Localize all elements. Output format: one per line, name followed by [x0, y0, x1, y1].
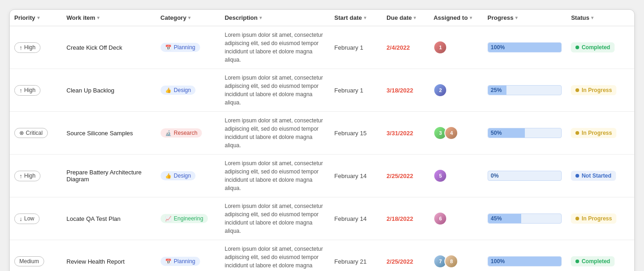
- startdate-cell: February 1: [330, 26, 382, 69]
- category-badge[interactable]: 📅 Planning: [161, 257, 200, 266]
- due-date: 2/25/2022: [386, 258, 413, 265]
- col-header-duedate[interactable]: Due date ▾: [382, 10, 429, 26]
- duedate-cell: 2/25/2022: [382, 155, 429, 197]
- status-dot-icon: [575, 259, 579, 263]
- avatar: 8: [444, 254, 458, 268]
- progress-label: 50%: [491, 130, 502, 136]
- engineering-icon: 📈: [165, 216, 172, 222]
- priority-cell: ↑ High: [10, 26, 62, 69]
- work-item-name: Review Health Report: [67, 258, 125, 265]
- assigned-cell: 2: [429, 69, 483, 112]
- work-item-name: Clean Up Backlog: [67, 87, 115, 94]
- assigned-cell: 6: [429, 197, 483, 240]
- col-header-assigned[interactable]: Assigned to ▾: [429, 10, 483, 26]
- chevron-down-icon: ▾: [515, 15, 518, 20]
- progress-cell: 100%: [483, 240, 567, 271]
- status-badge[interactable]: Completed: [571, 42, 615, 52]
- status-dot-icon: [575, 131, 579, 135]
- avatar: 6: [433, 212, 447, 225]
- due-date: 3/31/2022: [386, 130, 413, 137]
- progress-label: 100%: [491, 258, 505, 265]
- priority-badge[interactable]: ⊗ Critical: [14, 128, 48, 138]
- priority-badge[interactable]: ↑ High: [14, 85, 40, 96]
- col-header-description[interactable]: Description ▾: [220, 10, 329, 26]
- category-cell: 📅 Planning: [156, 26, 220, 69]
- priority-badge[interactable]: ↑ High: [14, 171, 40, 181]
- workitem-cell: Locate QA Test Plan: [62, 197, 156, 240]
- progress-cell: 25%: [483, 69, 567, 112]
- avatars: 34: [433, 126, 478, 140]
- category-badge[interactable]: 🔬 Research: [161, 128, 202, 138]
- table-row[interactable]: ↓ Low Locate QA Test Plan 📈 Engineering …: [10, 197, 634, 240]
- assigned-cell: 1: [429, 26, 483, 69]
- start-date: February 21: [334, 258, 367, 265]
- col-header-priority[interactable]: Priority ▾: [10, 10, 62, 26]
- priority-badge[interactable]: ↓ Low: [14, 213, 40, 224]
- due-date: 3/18/2022: [386, 87, 413, 94]
- planning-icon: 📅: [165, 259, 172, 265]
- avatar: 1: [433, 40, 447, 54]
- status-dot-icon: [575, 88, 579, 92]
- table-row[interactable]: Medium Review Health Report 📅 Planning L…: [10, 240, 634, 271]
- due-date: 2/18/2022: [386, 215, 413, 222]
- category-cell: 📈 Engineering: [156, 197, 220, 240]
- assigned-cell: 34: [429, 112, 483, 155]
- chevron-down-icon: ▾: [470, 15, 472, 20]
- category-badge[interactable]: 📈 Engineering: [161, 214, 208, 223]
- table-row[interactable]: ↑ High Create Kick Off Deck 📅 Planning L…: [10, 26, 634, 69]
- duedate-cell: 2/4/2022: [382, 26, 429, 69]
- assigned-cell: 5: [429, 155, 483, 197]
- priority-badge[interactable]: Medium: [14, 256, 44, 266]
- work-item-name: Prepare Battery Architecture Diagram: [67, 169, 142, 183]
- table-row[interactable]: ↑ High Prepare Battery Architecture Diag…: [10, 155, 634, 197]
- status-cell: In Progress: [566, 112, 634, 155]
- col-header-category[interactable]: Category ▾: [156, 10, 220, 26]
- description-text: Lorem ipsum dolor sit amet, consectetur …: [224, 203, 322, 234]
- chevron-down-icon: ▾: [188, 15, 190, 20]
- workitem-cell: Prepare Battery Architecture Diagram: [62, 155, 156, 197]
- priority-cell: ↑ High: [10, 69, 62, 112]
- table-row[interactable]: ⊗ Critical Source Silicone Samples 🔬 Res…: [10, 112, 634, 155]
- work-item-name: Locate QA Test Plan: [67, 215, 121, 222]
- col-header-workitem[interactable]: Work item ▾: [62, 10, 156, 26]
- progress-cell: 100%: [483, 26, 567, 69]
- status-badge[interactable]: Not Started: [571, 171, 616, 181]
- avatars: 5: [433, 169, 478, 183]
- col-header-status[interactable]: Status ▾: [566, 10, 634, 26]
- status-badge[interactable]: In Progress: [571, 128, 616, 138]
- research-icon: 🔬: [165, 130, 172, 136]
- progress-cell: 0%: [483, 155, 567, 197]
- start-date: February 15: [334, 130, 367, 137]
- category-badge[interactable]: 👍 Design: [161, 86, 196, 95]
- workitem-cell: Source Silicone Samples: [62, 112, 156, 155]
- progress-cell: 50%: [483, 112, 567, 155]
- description-cell: Lorem ipsum dolor sit amet, consectetur …: [220, 155, 329, 197]
- chevron-down-icon: ▾: [414, 15, 416, 20]
- progress-label: 45%: [491, 215, 502, 222]
- description-cell: Lorem ipsum dolor sit amet, consectetur …: [220, 112, 329, 155]
- status-badge[interactable]: In Progress: [571, 85, 616, 95]
- description-text: Lorem ipsum dolor sit amet, consectetur …: [224, 160, 322, 191]
- task-table: Priority ▾ Work item ▾ Category ▾: [9, 9, 635, 271]
- table-row[interactable]: ↑ High Clean Up Backlog 👍 Design Lorem i…: [10, 69, 634, 112]
- progress-label: 100%: [491, 44, 505, 51]
- duedate-cell: 2/25/2022: [382, 240, 429, 271]
- start-date: February 1: [334, 44, 363, 51]
- category-cell: 📅 Planning: [156, 240, 220, 271]
- status-cell: Not Started: [566, 155, 634, 197]
- priority-badge[interactable]: ↑ High: [14, 42, 40, 53]
- status-badge[interactable]: Completed: [571, 256, 615, 266]
- description-text: Lorem ipsum dolor sit amet, consectetur …: [224, 246, 322, 271]
- assigned-cell: 78: [429, 240, 483, 271]
- status-badge[interactable]: In Progress: [571, 213, 616, 224]
- category-badge[interactable]: 👍 Design: [161, 171, 196, 180]
- category-cell: 👍 Design: [156, 155, 220, 197]
- col-header-startdate[interactable]: Start date ▾: [330, 10, 382, 26]
- col-header-progress[interactable]: Progress ▾: [483, 10, 567, 26]
- avatars: 6: [433, 212, 478, 225]
- due-date: 2/25/2022: [386, 173, 413, 179]
- description-text: Lorem ipsum dolor sit amet, consectetur …: [224, 117, 322, 149]
- progress-bar: 50%: [488, 128, 562, 138]
- description-text: Lorem ipsum dolor sit amet, consectetur …: [224, 75, 322, 106]
- category-badge[interactable]: 📅 Planning: [161, 43, 200, 52]
